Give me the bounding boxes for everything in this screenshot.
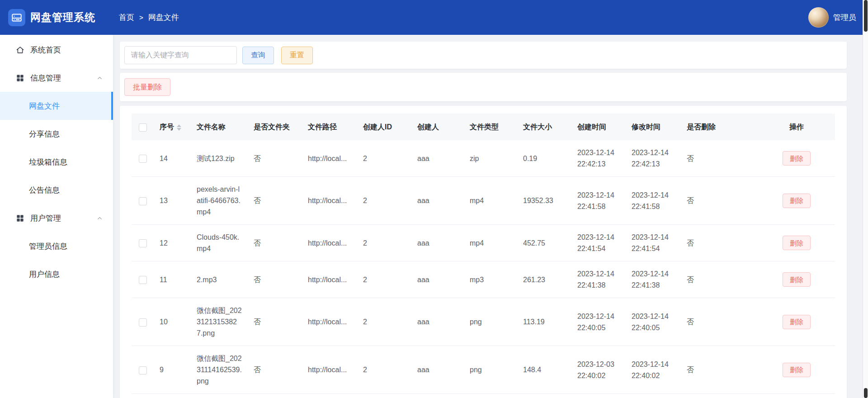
cell-id: 10 (154, 298, 191, 346)
row-delete-button[interactable]: 删除 (783, 236, 811, 250)
cell-id: 12 (154, 225, 191, 261)
row-checkbox[interactable] (139, 366, 147, 374)
cell-creator: aaa (412, 177, 464, 225)
cell-deleted: 否 (681, 225, 758, 261)
app-title: 网盘管理系统 (30, 10, 95, 24)
sidebar-item-label: 用户管理 (30, 213, 61, 223)
cell-is-folder: 否 (248, 346, 302, 394)
select-all-checkbox[interactable] (139, 123, 147, 132)
breadcrumb-home[interactable]: 首页 (119, 12, 134, 23)
col-header-modified: 修改时间 (626, 114, 681, 140)
col-header-type: 文件类型 (464, 114, 518, 140)
search-input[interactable] (124, 46, 237, 64)
sidebar-item-disk-files[interactable]: 网盘文件 (0, 92, 113, 120)
cell-id: 11 (154, 261, 191, 298)
row-delete-button[interactable]: 删除 (783, 272, 811, 287)
chevron-up-icon (96, 75, 103, 81)
table-row: 9 微信截图_20231114162539.png 否 http://local… (132, 346, 835, 394)
main-content: 查询 重置 批量删除 序号 (113, 35, 868, 398)
action-bar: 批量删除 (120, 73, 847, 101)
files-table: 序号 文件名称 是否文件夹 文件路径 创建人ID 创建人 文件类型 文件大小 创… (132, 114, 835, 394)
grid-icon (15, 73, 24, 82)
cell-created: 2023-12-14 22:42:13 (572, 140, 626, 177)
sidebar-item-info-management[interactable]: 信息管理 (0, 64, 113, 92)
cell-file-name: 2.mp3 (191, 261, 248, 298)
sidebar-item-label: 管理员信息 (29, 241, 67, 251)
page-scrollbar[interactable] (863, 0, 868, 398)
table-body: 14 测试123.zip 否 http://local... 2 aaa zip… (132, 140, 835, 394)
cell-path: http://local... (302, 261, 358, 298)
cell-creator: aaa (412, 346, 464, 394)
cell-deleted: 否 (681, 298, 758, 346)
cell-id: 13 (154, 177, 191, 225)
cell-created: 2023-12-14 22:40:05 (572, 298, 626, 346)
top-header: 网盘管理系统 首页 > 网盘文件 管理员 (0, 0, 868, 35)
home-icon (15, 45, 24, 54)
sidebar-item-user-management[interactable]: 用户管理 (0, 204, 113, 232)
sidebar-item-label: 网盘文件 (29, 101, 60, 111)
col-header-path: 文件路径 (302, 114, 358, 140)
sort-carets-icon[interactable] (177, 124, 181, 131)
cell-creator-id: 2 (358, 298, 412, 346)
files-table-card: 序号 文件名称 是否文件夹 文件路径 创建人ID 创建人 文件类型 文件大小 创… (120, 106, 847, 398)
col-header-actions: 操作 (758, 114, 835, 140)
col-header-id[interactable]: 序号 (154, 114, 191, 140)
sidebar-item-label: 系统首页 (30, 45, 61, 55)
sidebar-item-announcement-info[interactable]: 公告信息 (0, 176, 113, 204)
row-checkbox[interactable] (139, 276, 147, 284)
row-delete-button[interactable]: 删除 (783, 194, 811, 208)
cell-size: 113.19 (518, 298, 572, 346)
row-checkbox[interactable] (139, 155, 147, 163)
cell-is-folder: 否 (248, 177, 302, 225)
cell-creator-id: 2 (358, 140, 412, 177)
query-button[interactable]: 查询 (242, 47, 274, 64)
cell-creator-id: 2 (358, 177, 412, 225)
cell-created: 2023-12-14 22:41:38 (572, 261, 626, 298)
scrollbar-thumb[interactable] (864, 0, 868, 32)
cell-path: http://local... (302, 177, 358, 225)
row-checkbox[interactable] (139, 239, 147, 247)
cell-type: mp3 (464, 261, 518, 298)
sidebar-item-system-home[interactable]: 系统首页 (0, 36, 113, 64)
chevron-up-icon (96, 215, 103, 222)
sidebar-item-label: 用户信息 (29, 269, 60, 280)
cell-path: http://local... (302, 298, 358, 346)
col-header-size: 文件大小 (518, 114, 572, 140)
cell-modified: 2023-12-14 22:40:02 (626, 346, 681, 394)
search-bar: 查询 重置 (120, 42, 847, 69)
cell-type: zip (464, 140, 518, 177)
sidebar-item-admin-info[interactable]: 管理员信息 (0, 232, 113, 260)
col-header-created: 创建时间 (572, 114, 626, 140)
sidebar-item-share-info[interactable]: 分享信息 (0, 120, 113, 148)
col-header-creator-id: 创建人ID (358, 114, 412, 140)
batch-delete-button[interactable]: 批量删除 (124, 78, 170, 96)
row-delete-button[interactable]: 删除 (783, 151, 811, 166)
sidebar-item-trash-info[interactable]: 垃圾箱信息 (0, 148, 113, 176)
col-header-deleted: 是否删除 (681, 114, 758, 140)
cell-type: mp4 (464, 177, 518, 225)
table-row: 10 微信截图_20231213153827.png 否 http://loca… (132, 298, 835, 346)
cell-created: 2023-12-03 22:40:02 (572, 346, 626, 394)
row-delete-button[interactable]: 删除 (783, 363, 811, 377)
cell-created: 2023-12-14 22:41:54 (572, 225, 626, 261)
cell-file-name: Clouds-450k.mp4 (191, 225, 248, 261)
table-row: 14 测试123.zip 否 http://local... 2 aaa zip… (132, 140, 835, 177)
cell-deleted: 否 (681, 140, 758, 177)
cell-deleted: 否 (681, 177, 758, 225)
sidebar-item-user-info[interactable]: 用户信息 (0, 260, 113, 288)
row-checkbox[interactable] (139, 197, 147, 205)
scrollbar-bottom-thumb[interactable] (864, 388, 868, 398)
cell-type: png (464, 298, 518, 346)
row-checkbox[interactable] (139, 318, 147, 327)
reset-button[interactable]: 重置 (281, 47, 313, 64)
breadcrumb: 首页 > 网盘文件 (119, 12, 179, 23)
page: 网盘管理系统 首页 > 网盘文件 管理员 系统首页 (0, 0, 868, 398)
user-avatar[interactable] (808, 7, 829, 28)
sidebar: 系统首页 信息管理 网盘文件 分享信息 (0, 35, 113, 398)
cell-modified: 2023-12-14 22:42:13 (626, 140, 681, 177)
cell-type: mp4 (464, 225, 518, 261)
cell-creator: aaa (412, 261, 464, 298)
cell-id: 14 (154, 140, 191, 177)
row-delete-button[interactable]: 删除 (783, 315, 811, 329)
user-name: 管理员 (833, 12, 856, 23)
